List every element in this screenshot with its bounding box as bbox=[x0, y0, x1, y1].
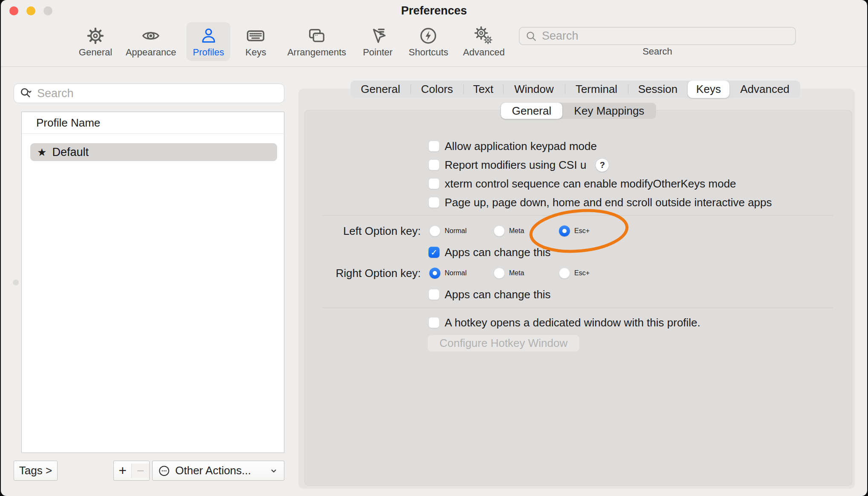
checkbox-right-apps-can-change[interactable]: Apps can change this bbox=[428, 289, 551, 300]
radio-left-meta[interactable]: Meta bbox=[494, 225, 524, 236]
checkbox-keypad-mode[interactable]: Allow application keypad mode bbox=[428, 141, 597, 152]
subtab-key-mappings[interactable]: Key Mappings bbox=[562, 103, 656, 119]
checkbox-csi-u[interactable]: Report modifiers using CSI u ? bbox=[428, 159, 609, 170]
radio-right-normal[interactable]: Normal bbox=[429, 268, 467, 279]
radio-circle bbox=[494, 268, 505, 279]
tab-separator bbox=[411, 84, 411, 94]
tab-advanced[interactable]: Advanced bbox=[729, 81, 800, 98]
person-icon bbox=[199, 26, 218, 46]
search-icon bbox=[525, 30, 538, 43]
tab-separator bbox=[463, 84, 464, 94]
tags-button[interactable]: Tags > bbox=[14, 461, 58, 481]
radio-circle bbox=[559, 268, 570, 279]
other-actions-label: Other Actions... bbox=[175, 464, 251, 477]
window-title: Preferences bbox=[1, 4, 867, 17]
configure-hotkey-window-button[interactable]: Configure Hotkey Window bbox=[427, 335, 580, 352]
tab-separator bbox=[628, 84, 628, 94]
checkbox-box bbox=[428, 289, 440, 300]
splitter-dot bbox=[13, 280, 19, 285]
radio-right-esc[interactable]: Esc+ bbox=[559, 268, 590, 279]
checkbox-box bbox=[428, 141, 440, 152]
profile-search-field[interactable] bbox=[14, 84, 284, 103]
other-actions-dropdown[interactable]: Other Actions... bbox=[152, 461, 284, 481]
section-divider bbox=[323, 308, 833, 308]
toolbar-item-arrangements[interactable]: Arrangements bbox=[281, 22, 353, 61]
checkbox-box bbox=[428, 197, 440, 208]
tab-terminal[interactable]: Terminal bbox=[565, 81, 628, 98]
toolbar-item-appearance[interactable]: Appearance bbox=[119, 22, 183, 61]
tab-colors[interactable]: Colors bbox=[411, 81, 463, 98]
profile-list-header: Profile Name bbox=[22, 112, 284, 134]
tab-session[interactable]: Session bbox=[628, 81, 688, 98]
radio-right-meta[interactable]: Meta bbox=[494, 268, 524, 279]
eye-icon bbox=[141, 26, 161, 46]
radio-circle bbox=[494, 225, 505, 236]
profile-list: Profile Name ★ Default bbox=[21, 112, 284, 453]
search-menu-icon bbox=[19, 87, 33, 100]
add-remove-group: + − bbox=[113, 461, 150, 481]
cursor-icon bbox=[368, 26, 388, 46]
gears-icon bbox=[474, 26, 494, 46]
tab-general[interactable]: General bbox=[350, 81, 411, 98]
toolbar-search-input[interactable] bbox=[541, 29, 790, 43]
toolbar-item-keys[interactable]: Keys bbox=[239, 22, 273, 61]
chevron-down-icon bbox=[269, 466, 279, 476]
add-profile-button[interactable]: + bbox=[114, 463, 131, 479]
left-option-label: Left Option key: bbox=[301, 225, 421, 236]
subtab-general[interactable]: General bbox=[501, 103, 562, 119]
bolt-circle-icon bbox=[419, 26, 438, 46]
radio-left-normal[interactable]: Normal bbox=[429, 225, 467, 236]
toolbar-search-label: Search bbox=[593, 46, 721, 57]
toolbar-item-advanced[interactable]: Advanced bbox=[457, 22, 511, 61]
profile-name: Default bbox=[52, 146, 89, 159]
tab-separator bbox=[503, 84, 503, 94]
keyboard-icon bbox=[246, 26, 266, 46]
checkbox-box bbox=[428, 178, 440, 189]
gear-icon bbox=[86, 26, 105, 46]
right-option-label: Right Option key: bbox=[301, 268, 421, 279]
radio-circle bbox=[429, 268, 440, 279]
screen: Preferences General Appearance Profiles bbox=[0, 0, 868, 496]
profile-search-input[interactable] bbox=[36, 87, 279, 101]
checkbox-box bbox=[428, 247, 440, 258]
toolbar-item-profiles[interactable]: Profiles bbox=[186, 22, 230, 61]
remove-profile-button[interactable]: − bbox=[131, 464, 149, 478]
checkbox-modify-other-keys[interactable]: xterm control sequence can enable modify… bbox=[428, 178, 736, 189]
ellipsis-circle-icon bbox=[158, 464, 171, 477]
tab-separator bbox=[565, 84, 565, 94]
toolbar-item-general[interactable]: General bbox=[72, 22, 119, 61]
annotation-ellipse bbox=[527, 206, 633, 258]
tab-text[interactable]: Text bbox=[463, 81, 503, 98]
preferences-window: Preferences General Appearance Profiles bbox=[1, 0, 867, 496]
checkbox-box bbox=[428, 159, 440, 170]
toolbar-item-shortcuts[interactable]: Shortcuts bbox=[402, 22, 455, 61]
profile-tabbar: General Colors Text Window Terminal Sess… bbox=[350, 81, 800, 98]
checkbox-box bbox=[428, 317, 440, 328]
toolbar-item-pointer[interactable]: Pointer bbox=[356, 22, 399, 61]
radio-circle bbox=[429, 225, 440, 236]
help-button[interactable]: ? bbox=[596, 159, 609, 172]
toolbar-search-field[interactable] bbox=[519, 27, 796, 45]
star-icon: ★ bbox=[37, 146, 46, 159]
keys-subtabbar: General Key Mappings bbox=[501, 103, 656, 119]
windows-icon bbox=[307, 26, 327, 46]
tab-keys[interactable]: Keys bbox=[688, 81, 729, 98]
tab-window[interactable]: Window bbox=[503, 81, 565, 98]
toolbar-divider bbox=[1, 66, 867, 67]
profile-row-default[interactable]: ★ Default bbox=[30, 143, 277, 161]
checkbox-hotkey-window[interactable]: A hotkey opens a dedicated window with t… bbox=[428, 317, 700, 328]
